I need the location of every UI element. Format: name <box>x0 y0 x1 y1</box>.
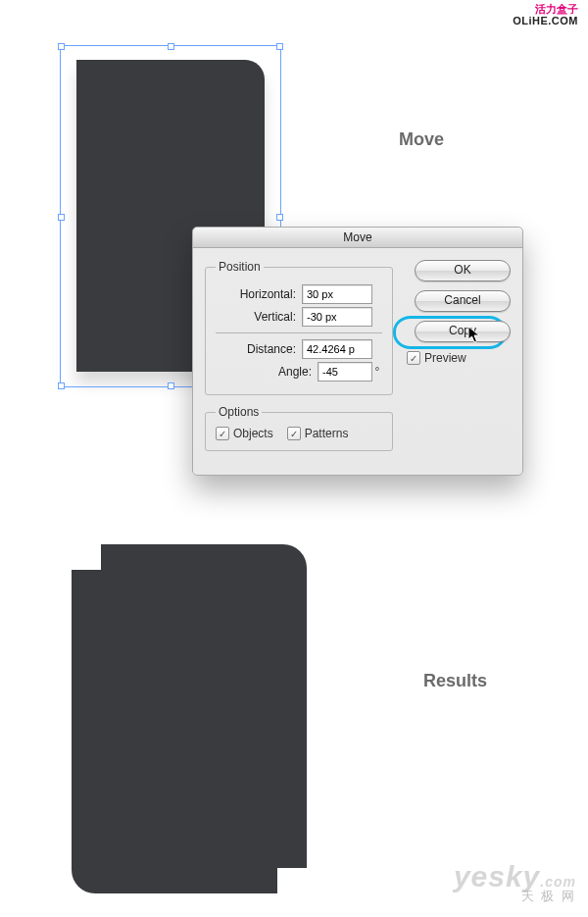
options-legend: Options <box>216 405 262 419</box>
objects-label: Objects <box>233 427 273 440</box>
selection-handle[interactable] <box>276 43 283 50</box>
watermark-line1: 活力盒子 <box>513 3 578 15</box>
copy-button[interactable]: Copy <box>415 321 511 342</box>
vertical-label: Vertical: <box>216 310 296 324</box>
patterns-label: Patterns <box>305 427 349 440</box>
options-fieldset: Options ✓ Objects ✓ Patterns <box>205 405 393 451</box>
checkbox-icon: ✓ <box>407 351 420 365</box>
ok-button[interactable]: OK <box>415 260 511 281</box>
source-watermark: 活力盒子 OLiHE.COM <box>513 3 578 26</box>
divider <box>216 332 382 333</box>
selection-handle[interactable] <box>58 43 65 50</box>
distance-label: Distance: <box>216 342 296 356</box>
horizontal-input[interactable] <box>302 284 372 304</box>
section-label-move: Move <box>399 129 444 150</box>
selection-handle[interactable] <box>168 382 174 389</box>
checkbox-icon: ✓ <box>287 427 301 440</box>
selection-handle[interactable] <box>168 43 174 50</box>
preview-label: Preview <box>424 351 466 365</box>
checkbox-icon: ✓ <box>216 427 229 440</box>
selection-handle[interactable] <box>58 214 65 221</box>
watermark-line2: OLiHE.COM <box>513 15 578 26</box>
selection-handle[interactable] <box>58 382 65 389</box>
position-legend: Position <box>216 260 264 274</box>
selection-handle[interactable] <box>276 214 283 221</box>
dialog-titlebar[interactable]: Move <box>193 228 522 248</box>
preview-checkbox[interactable]: ✓ Preview <box>407 351 466 365</box>
yesky-watermark: yesky.com 天 极 网 <box>454 860 576 905</box>
distance-input[interactable] <box>302 339 372 359</box>
angle-label: Angle: <box>216 365 312 379</box>
position-fieldset: Position Horizontal: Vertical: Distance: <box>205 260 393 395</box>
angle-input[interactable] <box>318 362 372 382</box>
degree-symbol: ° <box>372 365 382 379</box>
vertical-input[interactable] <box>302 307 372 327</box>
objects-checkbox[interactable]: ✓ Objects <box>216 427 273 440</box>
cancel-button[interactable]: Cancel <box>415 290 511 312</box>
result-shape-front <box>72 570 277 893</box>
patterns-checkbox[interactable]: ✓ Patterns <box>287 427 349 440</box>
section-label-results: Results <box>423 671 487 691</box>
horizontal-label: Horizontal: <box>216 287 296 301</box>
move-dialog: Move Position Horizontal: Vertical: Dist… <box>192 227 523 476</box>
